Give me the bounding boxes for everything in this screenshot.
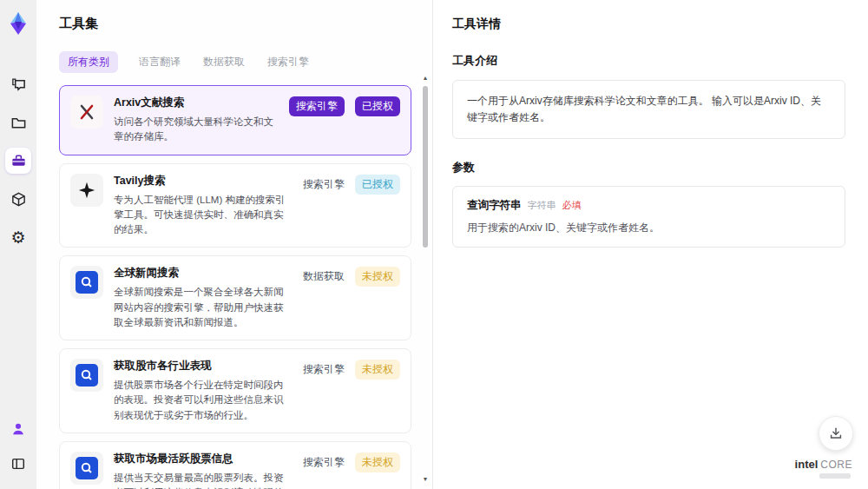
param-required-flag: 必填 xyxy=(562,199,582,212)
sidebar-nav: ⚙ xyxy=(5,71,31,250)
download-button[interactable] xyxy=(819,416,853,451)
sidebar-item-panel-toggle[interactable] xyxy=(5,451,31,477)
tool-icon-box xyxy=(70,174,103,207)
param-type: 字符串 xyxy=(528,199,556,212)
tool-card[interactable]: 获取股市各行业表现 提供股票市场各个行业在特定时间段内的表现。投资者可以利用这些… xyxy=(59,348,411,433)
sidebar-item-packages[interactable] xyxy=(5,186,31,212)
scroll-up-arrow[interactable]: ▲ xyxy=(422,75,429,82)
toolbox-icon xyxy=(10,153,27,169)
auth-status-badge: 未授权 xyxy=(355,267,400,287)
sparkle-star-icon xyxy=(77,181,96,200)
auth-status-badge: 未授权 xyxy=(355,453,400,472)
category-badge: 搜索引擎 xyxy=(289,96,345,116)
tool-list-panel: 工具集 所有类别 语言翻译 数据获取 搜索引擎 Arxiv文献搜索 访问各个研究… xyxy=(36,0,432,489)
tab-data-fetch[interactable]: 数据获取 xyxy=(201,51,247,73)
category-badge: 搜索引擎 xyxy=(303,175,345,195)
scrollbar-thumb[interactable] xyxy=(423,86,428,248)
tool-intro-box: 一个用于从Arxiv存储库搜索科学论文和文章的工具。 输入可以是Arxiv ID… xyxy=(452,80,845,139)
intel-core-logo: intelCORE xyxy=(795,458,852,479)
tool-icon-box xyxy=(70,266,103,299)
tool-name: 获取市场最活跃股票信息 xyxy=(114,452,293,466)
blue-search-icon xyxy=(76,271,98,294)
tool-icon-box xyxy=(70,96,103,129)
list-scrollbar[interactable]: ▲ ▼ xyxy=(422,75,429,483)
tool-card[interactable]: Arxiv文献搜索 访问各个研究领域大量科学论文和文章的存储库。 搜索引擎 已授… xyxy=(59,85,411,155)
tool-name: 获取股市各行业表现 xyxy=(114,359,293,373)
tool-name: Arxiv文献搜索 xyxy=(114,96,279,110)
tool-card[interactable]: 获取市场最活跃股票信息 提供当天交易量最高的股票列表。投资者可以利用这些信息来识… xyxy=(59,441,411,489)
category-tabs: 所有类别 语言翻译 数据获取 搜索引擎 xyxy=(59,51,418,73)
param-card: 查询字符串 字符串 必填 用于搜索的Arxiv ID、关键字或作者姓名。 xyxy=(452,186,845,248)
arxiv-icon xyxy=(77,102,96,122)
category-badge: 数据获取 xyxy=(303,267,345,287)
folder-icon xyxy=(10,115,27,131)
auth-status-badge: 未授权 xyxy=(355,360,400,380)
download-icon xyxy=(828,426,844,441)
sidebar-item-toolbox[interactable] xyxy=(5,148,31,174)
tool-name: 全球新闻搜索 xyxy=(114,266,293,281)
scroll-down-arrow[interactable]: ▼ xyxy=(422,476,429,483)
tool-card-list: Arxiv文献搜索 访问各个研究领域大量科学论文和文章的存储库。 搜索引擎 已授… xyxy=(59,85,418,489)
settings-gear-icon: ⚙ xyxy=(10,229,25,246)
sidebar-item-chat[interactable] xyxy=(5,71,31,97)
tool-description: 专为人工智能代理 (LLM) 构建的搜索引擎工具。可快速提供实时、准确和真实的结… xyxy=(114,193,293,238)
chat-icon xyxy=(10,76,27,93)
brand-core: CORE xyxy=(820,459,852,471)
tool-description: 访问各个研究领域大量科学论文和文章的存储库。 xyxy=(114,115,279,145)
tool-icon-box xyxy=(70,452,103,485)
sidebar-item-files[interactable] xyxy=(5,109,31,135)
param-name: 查询字符串 xyxy=(467,198,522,213)
sidebar-item-settings[interactable]: ⚙ xyxy=(5,224,31,250)
param-description: 用于搜索的Arxiv ID、关键字或作者姓名。 xyxy=(467,221,831,235)
sidebar-item-account[interactable] xyxy=(5,416,31,442)
tool-description: 提供股票市场各个行业在特定时间段内的表现。投资者可以利用这些信息来识别表现优于或… xyxy=(114,378,293,423)
tool-icon-box xyxy=(70,359,103,392)
tool-description: 提供当天交易量最高的股票列表。投资者可以利用这些信息来识别流动性强的股票和潜在的… xyxy=(114,471,293,489)
intro-heading: 工具介绍 xyxy=(452,53,845,69)
panel-toggle-icon xyxy=(10,456,26,472)
tool-description: 全球新闻搜索是一个聚合全球各大新闻网站内容的搜索引擎，帮助用户快速获取全球最新资… xyxy=(114,285,293,330)
app-logo xyxy=(5,10,31,36)
detail-title: 工具详情 xyxy=(452,17,845,32)
tool-card[interactable]: 全球新闻搜索 全球新闻搜索是一个聚合全球各大新闻网站内容的搜索引擎，帮助用户快速… xyxy=(59,255,411,340)
tool-detail-panel: 工具详情 工具介绍 一个用于从Arxiv存储库搜索科学论文和文章的工具。 输入可… xyxy=(433,0,868,489)
package-icon xyxy=(10,191,27,208)
user-icon xyxy=(10,421,26,437)
page-title: 工具集 xyxy=(59,16,418,32)
params-heading: 参数 xyxy=(452,160,845,175)
blue-search-icon xyxy=(76,364,98,387)
category-badge: 搜索引擎 xyxy=(303,453,345,472)
tool-name: Tavily搜索 xyxy=(114,174,293,188)
auth-status-badge: 已授权 xyxy=(355,96,400,116)
auth-status-badge: 已授权 xyxy=(355,175,400,195)
tab-language-translation[interactable]: 语言翻译 xyxy=(137,51,182,73)
tab-all-categories[interactable]: 所有类别 xyxy=(59,51,118,73)
category-badge: 搜索引擎 xyxy=(303,360,345,380)
brand-sub-mark xyxy=(819,473,851,479)
tool-card[interactable]: Tavily搜索 专为人工智能代理 (LLM) 构建的搜索引擎工具。可快速提供实… xyxy=(59,163,411,248)
app-sidebar: ⚙ xyxy=(0,0,36,489)
brand-intel: intel xyxy=(795,458,819,471)
blue-search-icon xyxy=(76,457,98,479)
tab-search-engine[interactable]: 搜索引擎 xyxy=(266,51,311,73)
sidebar-bottom xyxy=(5,416,31,489)
